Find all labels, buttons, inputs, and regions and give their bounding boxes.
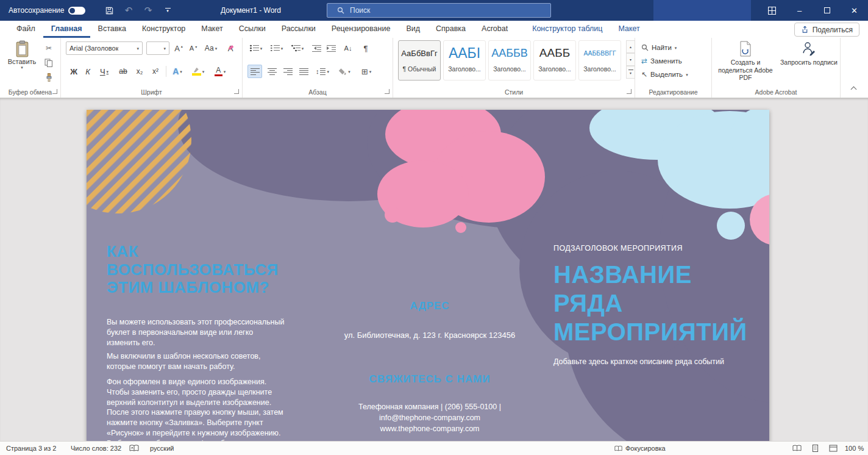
copy-button[interactable] (41, 56, 56, 70)
cut-button[interactable]: ✂ (41, 41, 56, 55)
account-button[interactable] (653, 0, 751, 21)
share-button[interactable]: Поделиться (794, 23, 859, 37)
font-color-button[interactable]: А ▾ (211, 65, 229, 78)
font-name-combo[interactable]: Arial (Заголовок ▾ (66, 41, 143, 55)
select-button[interactable]: ↖ Выделить ▾ (641, 68, 688, 81)
show-marks-button[interactable]: ¶ (360, 41, 372, 55)
tab-references[interactable]: Ссылки (231, 21, 274, 38)
style-card-heading2[interactable]: ААББВ Заголово... (488, 40, 531, 81)
font-dialog-launcher[interactable] (234, 89, 239, 94)
styles-gallery-down-button[interactable]: ▾ (626, 53, 635, 66)
clear-formatting-button[interactable]: А (223, 41, 238, 55)
replace-button[interactable]: ⇄ Заменить (641, 55, 682, 67)
tab-acrobat[interactable]: Acrobat (474, 21, 516, 38)
tab-design[interactable]: Конструктор (134, 21, 193, 38)
redo-button[interactable]: ↷ (139, 0, 157, 21)
read-mode-button[interactable] (792, 445, 802, 452)
address-heading[interactable]: АДРЕС (326, 300, 534, 312)
search-box[interactable]: Поиск (327, 3, 551, 18)
web-layout-button[interactable] (829, 445, 838, 452)
language-indicator[interactable]: русский (150, 445, 174, 452)
collapse-ribbon-button[interactable] (848, 84, 858, 91)
paragraph-dialog-launcher[interactable] (385, 89, 390, 94)
tab-insert[interactable]: Вставка (90, 21, 134, 38)
style-card-heading4[interactable]: ААББВВГГ Заголово... (578, 40, 621, 81)
maximize-button[interactable] (813, 0, 841, 21)
text-effects-button[interactable]: А▾ (169, 65, 185, 78)
tab-help[interactable]: Справка (428, 21, 474, 38)
contact-heading[interactable]: СВЯЖИТЕСЬ С НАМИ (326, 373, 534, 385)
justify-button[interactable] (296, 65, 311, 78)
tab-mailings[interactable]: Рассылки (274, 21, 324, 38)
sort-button[interactable]: А↓ (340, 41, 356, 55)
proofing-button[interactable] (129, 445, 139, 452)
page-indicator[interactable]: Страница 3 из 2 (6, 445, 56, 452)
customize-quick-access-button[interactable]: ▾ (158, 0, 177, 21)
tab-table-layout[interactable]: Макет (610, 21, 647, 38)
change-case-button[interactable]: Аа▾ (201, 41, 221, 55)
brochure-page[interactable]: КАК ВОСПОЛЬЗОВАТЬСЯ ЭТИМ ШАБЛОНОМ? Вы мо… (87, 110, 769, 441)
highlight-color-button[interactable]: ▾ (189, 65, 207, 78)
event-description[interactable]: Добавьте здесь краткое описание ряда соб… (553, 357, 758, 366)
address-text[interactable]: ул. Библиотечная, д. 123 г. Красноярск 1… (326, 331, 534, 340)
left-paragraph-3[interactable]: Фон оформлен в виде единого изображения.… (107, 377, 291, 441)
request-signatures-button[interactable]: Запросить подписи (780, 41, 838, 66)
shrink-font-button[interactable]: А▾ (187, 41, 200, 55)
grow-font-button[interactable]: А▴ (172, 41, 185, 55)
styles-dialog-launcher[interactable] (627, 89, 631, 94)
close-button[interactable]: ✕ (841, 0, 868, 21)
undo-button[interactable]: ↶ (119, 0, 138, 21)
find-button[interactable]: Найти ▾ (641, 41, 677, 54)
shading-button[interactable]: ▾ (335, 65, 354, 78)
tab-layout[interactable]: Макет (193, 21, 230, 38)
style-card-heading3[interactable]: ААББ Заголово... (533, 40, 576, 81)
autosave-toggle[interactable]: Автосохранение (9, 0, 85, 21)
contact-line-1[interactable]: Телефонная компания | (206) 555-0100 | (326, 401, 534, 412)
multilevel-list-button[interactable]: ▾ (289, 41, 306, 55)
zoom-level[interactable]: 100 % (845, 445, 864, 452)
minimize-button[interactable]: – (786, 0, 813, 21)
left-heading[interactable]: КАК ВОСПОЛЬЗОВАТЬСЯ ЭТИМ ШАБЛОНОМ? (107, 243, 290, 297)
ribbon-display-options-button[interactable] (758, 0, 785, 21)
align-right-button[interactable] (280, 65, 295, 78)
style-card-normal[interactable]: АаБбВвГг ¶ Обычный (398, 40, 441, 81)
bullets-button[interactable]: ▾ (247, 41, 265, 55)
left-paragraph-1[interactable]: Вы можете использовать этот профессионал… (107, 317, 288, 348)
save-button[interactable] (100, 0, 118, 21)
superscript-button[interactable]: x² (149, 65, 162, 78)
align-left-button[interactable] (247, 65, 262, 78)
tab-file[interactable]: Файл (9, 21, 43, 38)
focus-button[interactable]: Фокусировка (614, 445, 666, 452)
decrease-indent-button[interactable] (310, 41, 323, 55)
align-center-button[interactable] (265, 65, 279, 78)
borders-button[interactable]: ⊞▾ (357, 65, 375, 78)
print-layout-button[interactable] (812, 444, 819, 453)
tab-review[interactable]: Рецензирование (324, 21, 399, 38)
tab-table-design[interactable]: Конструктор таблиц (524, 21, 610, 38)
styles-gallery-up-button[interactable]: ▴ (626, 40, 635, 53)
paste-button[interactable]: Вставить ▾ (5, 40, 39, 88)
bold-button[interactable]: Ж (67, 65, 80, 78)
subscript-button[interactable]: x₂ (133, 65, 146, 78)
style-card-heading1[interactable]: ААБІ Заголово... (443, 40, 486, 81)
font-size-combo[interactable]: ▾ (146, 41, 169, 55)
tab-view[interactable]: Вид (398, 21, 428, 38)
italic-button[interactable]: К (82, 65, 94, 78)
word-count[interactable]: Число слов: 232 (71, 445, 121, 452)
event-subtitle[interactable]: ПОДЗАГОЛОВОК МЕРОПРИЯТИЯ (553, 244, 758, 253)
clipboard-dialog-launcher[interactable] (52, 89, 57, 94)
create-pdf-button[interactable]: Создать и поделиться Adobe PDF (713, 41, 778, 82)
increase-indent-button[interactable] (324, 41, 338, 55)
numbering-button[interactable]: ▾ (268, 41, 285, 55)
contact-line-3[interactable]: www.thephone-company.com (326, 423, 534, 434)
styles-gallery-more-button[interactable]: ▾ (626, 66, 635, 79)
tab-home[interactable]: Главная (43, 21, 90, 38)
event-title[interactable]: НАЗВАНИЕ РЯДА МЕРОПРИЯТИЙ (553, 260, 758, 347)
line-spacing-button[interactable]: ↕▾ (313, 65, 332, 78)
underline-button[interactable]: Ч▾ (95, 65, 113, 78)
contact-line-2[interactable]: info@thephone-company.com (326, 412, 534, 423)
format-painter-button[interactable] (41, 71, 56, 84)
document-canvas[interactable]: КАК ВОСПОЛЬЗОВАТЬСЯ ЭТИМ ШАБЛОНОМ? Вы мо… (0, 98, 868, 441)
left-paragraph-2[interactable]: Мы включили в шаблон несколько советов, … (107, 351, 288, 372)
strikethrough-button[interactable]: ab (116, 65, 130, 78)
